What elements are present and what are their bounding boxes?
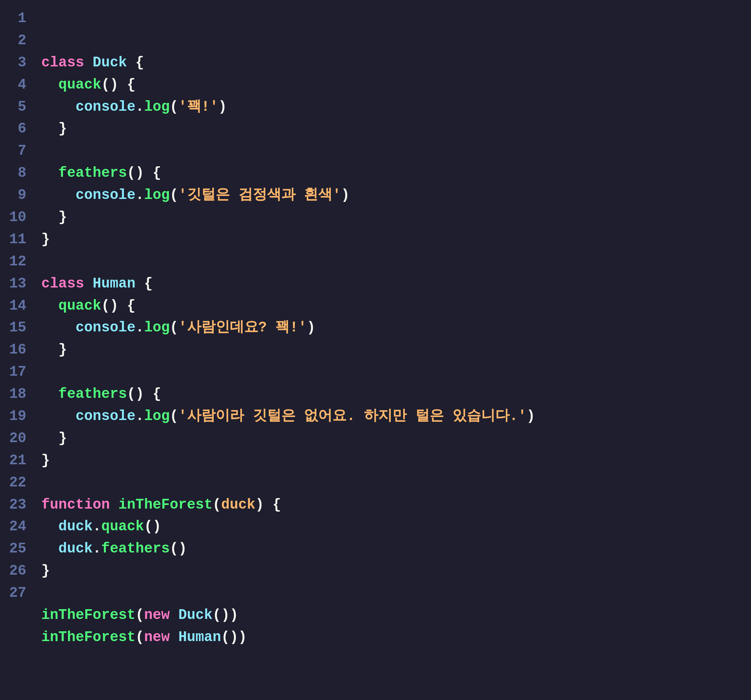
token-plain [41,120,59,137]
token-brace: } [41,452,50,469]
code-line-18: } [41,427,743,450]
token-dot: . [93,518,101,535]
token-plain [41,319,76,336]
token-class-name: Duck [178,607,213,623]
code-line-27: inTheForest(new Human()) [41,626,743,649]
token-dot: . [136,99,144,115]
token-method-name: quack [59,298,101,314]
code-line-16: feathers() { [41,383,743,406]
token-class-name: Duck [93,54,136,71]
token-dot: . [136,408,144,424]
code-line-24: } [41,560,743,582]
token-brace: { [144,276,153,291]
token-method-name: feathers [59,386,127,402]
line-number-4: 4 [8,74,26,96]
token-plain [41,298,59,314]
line-number-14: 14 [8,295,26,317]
token-brace: { [273,496,281,513]
code-line-6: feathers() { [41,162,743,184]
code-line-5 [41,140,743,162]
token-paren: ( [136,629,144,645]
token-brace: } [59,342,67,358]
token-paren: ) [255,496,264,513]
line-number-25: 25 [8,538,26,560]
token-var-name: duck [59,518,93,535]
token-paren: ) [527,408,535,424]
token-plain [41,99,76,115]
token-paren: ) [307,319,315,336]
token-string: '사람인데요? 꽥!' [178,319,307,336]
token-paren: ( [170,99,178,115]
line-numbers: 1234567891011121314151617181920212223242… [0,8,34,649]
code-line-10 [41,251,743,273]
token-plain [118,77,127,93]
line-number-1: 1 [8,8,26,30]
code-content: class Duck { quack() { console.log('꽥!')… [34,8,751,649]
token-paren: ( [136,607,144,623]
token-brace: } [41,563,50,579]
line-number-5: 5 [8,96,26,118]
token-paren: ( [213,496,221,513]
token-plain [41,408,76,424]
code-line-19: } [41,450,743,472]
token-func-name: inTheForest [41,607,136,623]
token-plain [41,386,59,402]
line-number-16: 16 [8,339,26,361]
line-number-10: 10 [8,207,26,228]
token-dot: . [136,187,144,203]
token-paren: () [127,386,144,402]
token-var-name: duck [59,541,93,557]
line-number-24: 24 [8,516,26,538]
line-number-2: 2 [8,30,26,52]
code-line-20 [41,472,743,494]
token-plain [144,165,153,181]
line-number-15: 15 [8,317,26,339]
token-kw-class: class [41,276,93,291]
token-kw-new: new [144,607,178,623]
line-number-21: 21 [8,450,26,472]
token-method-name: feathers [101,541,170,557]
line-number-20: 20 [8,427,26,450]
token-console: console [76,319,136,336]
code-line-14: } [41,339,743,361]
code-line-21: function inTheForest(duck) { [41,494,743,516]
token-class-name: Human [178,629,221,645]
token-string: '꽥!' [178,99,218,115]
line-number-7: 7 [8,140,26,162]
token-plain [41,541,59,557]
code-line-13: console.log('사람인데요? 꽥!') [41,317,743,339]
token-brace: } [59,209,67,225]
token-paren: ( [170,408,178,424]
code-line-25 [41,582,743,604]
line-number-6: 6 [8,118,26,140]
token-paren: ( [170,319,178,336]
code-line-22: duck.quack() [41,516,743,538]
code-line-17: console.log('사람이라 깃털은 없어요. 하지만 털은 있습니다.'… [41,406,743,427]
token-class-name: Human [93,276,144,291]
token-plain [41,77,59,93]
code-line-4: } [41,118,743,140]
token-method-name: quack [59,77,101,93]
line-number-9: 9 [8,184,26,207]
code-line-11: class Human { [41,273,743,295]
code-line-15 [41,361,743,383]
token-brace: { [127,298,136,314]
line-number-13: 13 [8,273,26,295]
token-paren: () [170,541,187,557]
token-plain [118,298,127,314]
token-method-name: quack [101,518,144,535]
token-log: log [144,319,170,336]
token-paren: ()) [213,607,238,623]
token-plain [41,165,59,181]
token-paren: () [101,298,119,314]
code-line-7: console.log('깃털은 검정색과 흰색') [41,184,743,207]
line-number-8: 8 [8,162,26,184]
token-paren: () [144,518,161,535]
token-kw-class: class [41,54,93,71]
token-brace: } [41,231,50,247]
token-console: console [76,187,136,203]
token-brace: } [59,120,67,137]
token-paren: ()) [221,629,247,645]
token-console: console [76,99,136,115]
token-log: log [144,99,170,115]
